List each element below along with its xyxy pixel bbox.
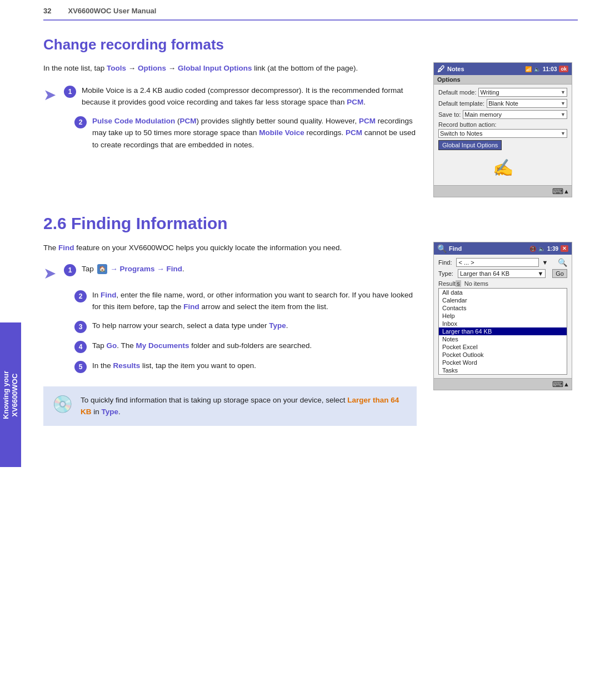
find-item-larger-64kb[interactable]: Larger than 64 KB (439, 327, 567, 335)
finding-intro: The Find feature on your XV6600WOC helps… (43, 242, 417, 254)
find-keyboard-icon: ⌨ (552, 380, 563, 389)
global-input-options-button[interactable]: Global Input Options (438, 140, 502, 150)
finding-step-circle-3: 3 (74, 321, 87, 333)
find-go-button[interactable]: Go (552, 269, 567, 278)
finding-step-3-block: 3 To help narrow your search, select a d… (43, 320, 417, 333)
record-button-select[interactable]: Switch to Notes ▼ (438, 129, 567, 138)
finding-step-5-content: 5 In the Results list, tap the item you … (74, 360, 256, 373)
step-circle-1: 1 (64, 86, 76, 98)
find-close-btn[interactable]: ✕ (561, 245, 568, 252)
side-tab: Knowing your XV6600WOC (0, 322, 21, 467)
finding-col-left: The Find feature on your XV6600WOC helps… (43, 242, 417, 426)
default-template-arrow: ▼ (561, 101, 566, 106)
find-input-row: Find: < ... > ▼ 🔍 (438, 258, 567, 267)
page-number: 32 (43, 7, 51, 15)
record-button-label: Record button action: (438, 121, 567, 128)
finding-step-3-content: 3 To help narrow your search, select a d… (74, 320, 288, 333)
find-item-all-data[interactable]: All data (439, 289, 567, 296)
find-item-pocket-outlook[interactable]: Pocket Outlook (439, 351, 567, 359)
step-circle-2: 2 (74, 116, 87, 128)
find-magnify-icon: 🔍 (558, 258, 567, 267)
finding-step-2-content: 2 In Find, enter the file name, word, or… (74, 289, 417, 313)
find-type-arrow: ▼ (537, 270, 543, 277)
record-button-arrow: ▼ (561, 131, 566, 136)
notes-footer: ⌨ ▲ (434, 185, 572, 197)
notes-screenshot: 🖊 Notes 📶 🔈 11:03 ok Options (433, 62, 572, 197)
page-manual-title: XV6600WOC User Manual (68, 7, 156, 15)
finding-step-2-text: In Find, enter the file name, word, or o… (92, 289, 417, 313)
finding-step-circle-4: 4 (74, 341, 87, 353)
find-item-tasks[interactable]: Tasks (439, 366, 567, 374)
find-label: Find: (438, 259, 452, 266)
finding-step-circle-2: 2 (74, 290, 87, 302)
finding-step-4-content: 4 Tap Go. The My Documents folder and su… (74, 340, 312, 353)
notes-menubar: Options (434, 75, 572, 85)
notes-body: Default mode: Writing ▼ Default template… (434, 85, 572, 185)
finding-two-col: The Find feature on your XV6600WOC helps… (43, 242, 578, 426)
find-item-notes[interactable]: Notes (439, 335, 567, 343)
tip-icon: 💿 (52, 394, 73, 414)
find-item-inbox[interactable]: Inbox (439, 320, 567, 327)
notes-close-btn[interactable]: ok (559, 66, 568, 72)
step-1-content: 1 Mobile Voice is a 2.4 KB audio coded (… (64, 85, 417, 108)
find-type-row: Type: Larger than 64 KB ▼ Go (438, 269, 567, 278)
step-1-icon-area: ➤ (43, 85, 56, 108)
hand-icon: ✍️ (438, 153, 567, 182)
finding-step-3-text: To help narrow your search, select a dat… (92, 320, 288, 332)
notes-title: 🖊 Notes (437, 64, 464, 73)
side-tab-text: Knowing your XV6600WOC (2, 371, 19, 419)
find-item-contacts[interactable]: Contacts (439, 304, 567, 312)
step-2-block: 2 Pulse Code Modulation (PCM) provides s… (43, 115, 417, 151)
find-item-pocket-excel[interactable]: Pocket Excel (439, 343, 567, 351)
section-finding-information: 2.6 Finding Information The Find feature… (43, 214, 578, 426)
find-results-area: Result s No item s All data Calendar Con… (438, 280, 567, 375)
finding-step-1-text: Tap 🏠 → Programs → Find. (82, 263, 184, 275)
save-to-row: Save to: Main memory ▼ (438, 110, 567, 119)
step-1-block: ➤ 1 Mobile Voice is a 2.4 KB audio coded… (43, 85, 417, 108)
find-item-help[interactable]: Help (439, 312, 567, 320)
section-title-recording: Change recording formats (43, 36, 578, 53)
find-screenshot-col: 🔍 Find 📵 🔈 1:39 ✕ Find: (433, 242, 578, 390)
finding-step-4-block: 4 Tap Go. The My Documents folder and su… (43, 340, 417, 353)
find-type-dropdown[interactable]: Larger than 64 KB ▼ (458, 269, 546, 278)
recording-two-col: In the note list, tap Tools → Options → … (43, 62, 578, 197)
finding-step-circle-5: 5 (74, 361, 87, 373)
page-header: 32 XV6600WOC User Manual (43, 0, 578, 21)
recording-intro: In the note list, tap Tools → Options → … (43, 62, 417, 75)
default-mode-select[interactable]: Writing ▼ (478, 88, 567, 97)
find-title: 🔍 Find (437, 244, 462, 253)
find-results-list: All data Calendar Contacts Help Inbox La… (438, 288, 567, 375)
find-titlebar-icons: 📵 🔈 1:39 ✕ (529, 245, 568, 252)
main-content: 32 XV6600WOC User Manual Change recordin… (21, 0, 600, 448)
finding-step-1-content: 1 Tap 🏠 → Programs → Find. (64, 263, 184, 282)
default-template-row: Default template: Blank Note ▼ (438, 99, 567, 108)
default-template-select[interactable]: Blank Note ▼ (487, 99, 567, 108)
tip-box: 💿 To quickly find information that is ta… (43, 386, 417, 426)
finding-step-1-icon-area: ➤ (43, 263, 56, 282)
tip-text: To quickly find information that is taki… (81, 394, 408, 418)
programs-icon: 🏠 (97, 264, 107, 274)
step-2-text: Pulse Code Modulation (PCM) provides sli… (92, 115, 417, 151)
default-mode-arrow: ▼ (561, 90, 566, 95)
step-1-text: Mobile Voice is a 2.4 KB audio coded (co… (82, 85, 417, 108)
side-tab-line1: Knowing your (2, 371, 10, 419)
find-type-label: Type: (438, 270, 453, 277)
finding-step-5-block: 5 In the Results list, tap the item you … (43, 360, 417, 373)
finding-step-4-text: Tap Go. The My Documents folder and sub-… (92, 340, 312, 352)
save-to-select[interactable]: Main memory ▼ (463, 110, 567, 119)
notes-titlebar: 🖊 Notes 📶 🔈 11:03 ok (434, 63, 572, 75)
find-body: Find: < ... > ▼ 🔍 Type: La (434, 255, 572, 378)
arrow-icon-1: ➤ (43, 86, 56, 104)
keyboard-icon: ⌨ (552, 187, 563, 196)
find-input-field[interactable]: < ... > (456, 258, 539, 267)
find-item-pocket-word[interactable]: Pocket Word (439, 359, 567, 366)
finding-step-5-text: In the Results list, tap the item you wa… (92, 360, 256, 372)
find-item-calendar[interactable]: Calendar (439, 296, 567, 304)
finding-step-circle-1: 1 (64, 264, 76, 276)
section-title-finding: 2.6 Finding Information (43, 214, 578, 233)
record-button-row: Switch to Notes ▼ (438, 129, 567, 138)
find-screenshot: 🔍 Find 📵 🔈 1:39 ✕ Find: (433, 242, 572, 390)
recording-col-left: In the note list, tap Tools → Options → … (43, 62, 417, 158)
step-2-content: 2 Pulse Code Modulation (PCM) provides s… (74, 115, 417, 151)
save-to-arrow: ▼ (561, 112, 566, 117)
